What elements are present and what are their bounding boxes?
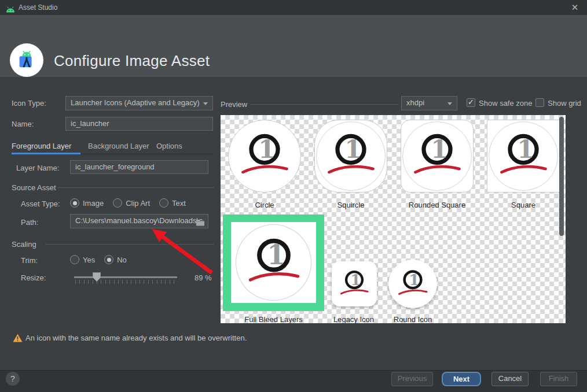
svg-text:1: 1 <box>267 239 285 271</box>
source-image-logo: 1 <box>395 267 430 301</box>
shape-label-squircle: Squircle <box>309 201 393 209</box>
section-divider <box>45 244 214 245</box>
section-divider <box>250 104 398 105</box>
page-title: Configure Image Asset <box>54 52 210 70</box>
variant-full-bleed-layers-selected[interactable]: 1 <box>223 215 324 311</box>
svg-text:1: 1 <box>350 271 361 289</box>
radio-trim-no[interactable]: No <box>104 255 127 264</box>
resize-value: 89 % <box>195 273 212 282</box>
warning-icon <box>13 334 23 345</box>
radio-image-label: Image <box>83 199 104 208</box>
window-title: Asset Studio <box>19 3 57 12</box>
resize-label: Resize: <box>21 273 46 282</box>
path-label: Path: <box>21 218 38 227</box>
slider-track[interactable] <box>74 276 177 278</box>
shape-label-circle: Circle <box>222 201 307 209</box>
android-studio-logo-icon <box>10 43 43 77</box>
shape-label-rounded-square: Rounded Square <box>395 201 479 209</box>
next-button[interactable]: Next <box>442 372 481 386</box>
dialog-header: Configure Image Asset <box>0 15 587 77</box>
resize-slider[interactable] <box>74 271 177 285</box>
radio-clip-art[interactable]: Clip Art <box>113 198 150 208</box>
variant-label-legacy: Legacy Icon <box>325 315 383 323</box>
folder-browse-icon[interactable] <box>196 217 205 228</box>
android-logo-icon <box>6 5 15 15</box>
radio-text[interactable]: Text <box>159 198 186 208</box>
tab-background-layer[interactable]: Background Layer <box>88 142 149 150</box>
radio-trim-yes-label: Yes <box>83 256 95 264</box>
name-label: Name: <box>12 120 34 128</box>
name-input[interactable]: ic_launcher <box>65 117 213 131</box>
preview-canvas: 1 1 1 1 Circle Squircle Rounded Square S… <box>221 115 566 323</box>
source-image-logo: 1 <box>496 128 551 184</box>
annotation-arrow <box>146 224 217 278</box>
chevron-down-icon <box>203 102 208 105</box>
source-image-logo: 1 <box>409 128 465 184</box>
icon-type-label: Icon Type: <box>12 99 46 108</box>
density-select[interactable]: xhdpi <box>401 96 457 110</box>
source-image-logo: 1 <box>323 128 379 184</box>
svg-text:1: 1 <box>409 271 419 289</box>
radio-text-label: Text <box>172 199 186 208</box>
asset-studio-dialog: Asset Studio ✕ Configure Image Asset Ico… <box>0 0 587 392</box>
variant-label-full-bleed: Full Bleed Layers <box>223 315 324 323</box>
tab-foreground-layer[interactable]: Foreground Layer <box>12 142 71 150</box>
section-divider <box>58 187 214 188</box>
radio-text-control[interactable] <box>159 198 168 208</box>
variant-round-icon[interactable]: 1 <box>388 260 437 308</box>
close-icon[interactable]: ✕ <box>568 1 581 14</box>
preview-scrollbar-thumb[interactable] <box>559 117 564 236</box>
preview-tile-rounded-square: 1 <box>401 120 474 193</box>
source-image-logo: 1 <box>244 232 304 293</box>
full-bleed-inner: 1 <box>231 222 316 303</box>
show-grid-label: Show grid <box>548 99 581 108</box>
trim-radio-group: Yes No <box>70 255 133 264</box>
slider-ticks <box>75 280 178 284</box>
radio-clip-art-control[interactable] <box>113 198 122 208</box>
show-grid-checkbox[interactable] <box>535 98 544 107</box>
source-asset-section-label: Source Asset <box>12 183 56 192</box>
chevron-down-icon <box>447 102 452 105</box>
variant-label-round: Round Icon <box>384 315 442 323</box>
radio-image-control[interactable] <box>70 198 79 208</box>
window-titlebar[interactable]: Asset Studio ✕ <box>0 0 587 15</box>
show-safe-zone-checkbox[interactable] <box>467 98 475 107</box>
active-tab-underline <box>12 153 80 154</box>
finish-button[interactable]: Finish <box>540 372 577 386</box>
source-image-logo: 1 <box>237 128 292 184</box>
preview-tile-squircle: 1 <box>314 120 387 193</box>
icon-type-select[interactable]: Launcher Icons (Adaptive and Legacy) <box>65 96 213 110</box>
variant-legacy-icon[interactable]: 1 <box>332 261 377 306</box>
preview-section-label: Preview <box>221 100 247 109</box>
svg-text:1: 1 <box>344 135 361 164</box>
layer-name-label: Layer Name: <box>16 164 59 172</box>
path-value: C:\Users\manuel.bascoy\Downloads\c <box>75 216 203 225</box>
preview-tile-circle: 1 <box>228 120 301 193</box>
svg-text:1: 1 <box>431 135 447 164</box>
help-button[interactable]: ? <box>6 372 20 386</box>
source-image-logo: 1 <box>337 267 371 301</box>
radio-trim-yes[interactable]: Yes <box>70 255 95 264</box>
radio-image[interactable]: Image <box>70 198 104 208</box>
svg-text:1: 1 <box>258 135 275 164</box>
svg-text:1: 1 <box>517 135 534 164</box>
tab-options[interactable]: Options <box>156 142 182 150</box>
scaling-section-label: Scaling <box>12 240 36 249</box>
cancel-button[interactable]: Cancel <box>491 372 529 386</box>
icon-type-value: Launcher Icons (Adaptive and Legacy) <box>71 98 200 107</box>
radio-clip-art-label: Clip Art <box>126 199 150 208</box>
path-input[interactable]: C:\Users\manuel.bascoy\Downloads\c <box>70 214 208 228</box>
previous-button[interactable]: Previous <box>391 372 433 386</box>
shape-label-square: Square <box>481 201 566 209</box>
radio-trim-yes-control[interactable] <box>70 255 79 264</box>
warning-text: An icon with the same name already exist… <box>25 334 247 342</box>
density-value: xhdpi <box>406 98 424 107</box>
layer-name-input[interactable]: ic_launcher_foreground <box>70 160 208 174</box>
radio-trim-no-label: No <box>117 256 127 264</box>
asset-type-radio-group: Image Clip Art Text <box>70 198 192 208</box>
trim-label: Trim: <box>21 256 38 265</box>
preview-tile-square: 1 <box>487 120 560 193</box>
show-safe-zone-label: Show safe zone <box>479 99 533 108</box>
asset-type-label: Asset Type: <box>21 199 60 208</box>
radio-trim-no-control[interactable] <box>104 255 113 264</box>
